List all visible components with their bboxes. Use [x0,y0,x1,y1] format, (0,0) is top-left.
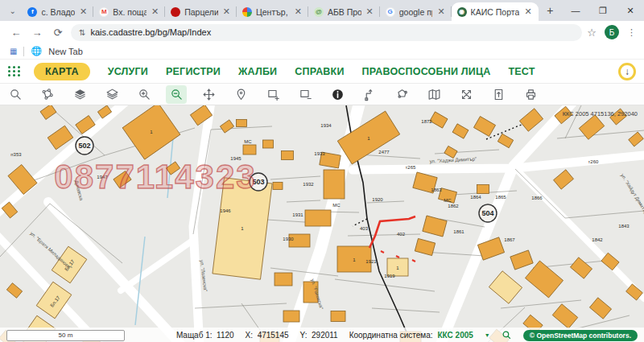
tab-close-icon[interactable]: ✕ [151,6,159,17]
nav-item-жалби[interactable]: ЖАЛБИ [238,66,277,77]
parcel-label: 1861 [453,229,464,234]
measure-area-tool[interactable] [391,85,412,104]
building [525,261,563,298]
building [570,258,592,278]
rect-subtract-tool[interactable] [295,85,316,104]
tab-close-icon[interactable]: ✕ [294,6,303,17]
tab-title: google прево [399,7,433,17]
kais-icon: ◉ [457,7,467,17]
browser-tab[interactable]: Център, ул. .✕ [237,2,308,21]
minimize-button[interactable]: — [562,0,589,21]
highlight-red-line [369,216,415,262]
tab-title: с. Владо Трич [41,7,75,17]
layers-filled-tool[interactable] [69,85,90,104]
google-icon: G [386,7,395,17]
rect-subtract-icon [299,88,312,101]
tab-title: Вх. поща (128 [113,7,147,17]
parcel-label: 1863 [431,187,442,192]
address-bar: ← → ⟳ ⇅ kais.cadastre.bg/bg/Map/Index ☆ … [0,21,644,43]
building [430,112,448,128]
building [510,250,533,270]
zoom-in-tool[interactable] [134,85,155,104]
map-status-bar: 50 m Мащаб 1: 1120 X: 4715145 Y: 292011 … [0,328,644,342]
profile-avatar[interactable]: Б [605,25,619,39]
parcel-label: 1867 [504,237,515,242]
select-nodes-icon [41,88,55,101]
search-tool[interactable] [5,85,26,104]
new-tab-button[interactable]: + [542,2,559,19]
parcel-label: 1866 [531,196,543,200]
menu-dots-grid-icon[interactable] [8,66,21,76]
tab-close-icon[interactable]: ✕ [79,6,88,17]
move-axes-tool[interactable] [456,85,477,104]
nav-item-тест[interactable]: ТЕСТ [508,66,535,77]
close-button[interactable]: ✕ [617,0,644,21]
nav-items: КАРТАУСЛУГИРЕГИСТРИЖАЛБИСПРАВКИПРАВОСПОС… [34,63,535,80]
tab-search-chevron-icon[interactable]: ⌄ [5,2,20,19]
browser-tab[interactable]: Парцели в гр✕ [165,2,237,21]
osm-attribution[interactable]: © OpenStreetMap contributors. [523,330,638,341]
apps-grid-icon[interactable]: ▦ [10,47,17,56]
tab-close-icon[interactable]: ✕ [222,6,231,17]
maximize-button[interactable]: ❐ [589,0,617,21]
nav-item-услуги[interactable]: УСЛУГИ [108,66,148,77]
reload-icon[interactable]: ⟳ [50,24,66,40]
bookmark-star-icon[interactable]: ☆ [587,27,597,39]
parcel-label: 1843 [618,224,630,229]
building [554,170,574,189]
parcel-label: 1933 [314,151,325,156]
location-pin-icon [234,88,248,101]
crs-select[interactable]: ККС 2005 [438,331,473,340]
map-canvas[interactable]: 194619451947п353193219311930247719341933… [0,105,644,342]
browser-tab[interactable]: fс. Владо Трич✕ [22,2,93,21]
crs-label: Координатна система: [349,331,433,340]
layers-outline-tool[interactable] [101,85,122,104]
building [273,183,283,190]
browser-tab[interactable]: @АБВ Профил✕ [308,2,380,21]
map-book-tool[interactable] [423,85,444,104]
location-pin-tool[interactable] [230,85,251,104]
status-search-icon[interactable] [502,330,512,340]
rect-add-tool[interactable] [262,85,283,104]
measure-line-tool[interactable] [359,85,380,104]
browser-tab[interactable]: Ggoogle прево✕ [380,2,452,21]
nav-item-карта[interactable]: КАРТА [34,63,90,80]
building [497,134,513,148]
building [305,210,331,226]
building [489,271,522,303]
parcel-label: т260 [588,159,599,164]
site-settings-icon[interactable]: ⇅ [79,28,85,37]
tab-close-icon[interactable]: ✕ [436,6,445,17]
zoom-out-tool[interactable] [166,85,187,104]
layers-filled-icon [73,88,87,101]
browser-tab[interactable]: MВх. поща (128✕ [93,2,165,21]
browser-menu-icon[interactable]: ⋮ [627,27,636,38]
bookmarks-bar: ▦ 🌐 New Tab [0,43,644,60]
bookmark-new-tab[interactable]: New Tab [48,47,83,56]
road-number-text: 502 [78,142,90,150]
tab-close-icon[interactable]: ✕ [365,6,374,17]
select-nodes-tool[interactable] [37,85,58,104]
info-tool[interactable] [327,85,348,104]
pan-icon [202,88,216,101]
building [415,238,435,255]
nav-item-справки[interactable]: СПРАВКИ [295,66,344,77]
download-circle-button[interactable]: ↓ [618,63,636,80]
nav-item-регистри[interactable]: РЕГИСТРИ [166,66,221,77]
crs-caret-icon[interactable]: ▼ [485,332,490,338]
building [220,120,233,133]
building [473,117,495,137]
scale-readout: Мащаб 1: 1120 [176,331,234,340]
page-export-icon [492,88,506,101]
tab-close-icon[interactable]: ✕ [523,6,532,17]
pan-tool[interactable] [198,85,219,104]
url-field[interactable]: ⇅ kais.cadastre.bg/bg/Map/Index [71,24,582,41]
abv-icon: @ [314,7,324,17]
print-tool[interactable] [520,85,541,104]
building [519,109,543,131]
browser-tab[interactable]: ◉КАИС Портал✕ [452,2,539,21]
page-export-tool[interactable] [488,85,509,104]
nav-item-правоспособни-лица[interactable]: ПРАВОСПОСОБНИ ЛИЦА [362,66,491,77]
forward-icon[interactable]: → [29,24,45,40]
back-icon[interactable]: ← [8,24,24,40]
